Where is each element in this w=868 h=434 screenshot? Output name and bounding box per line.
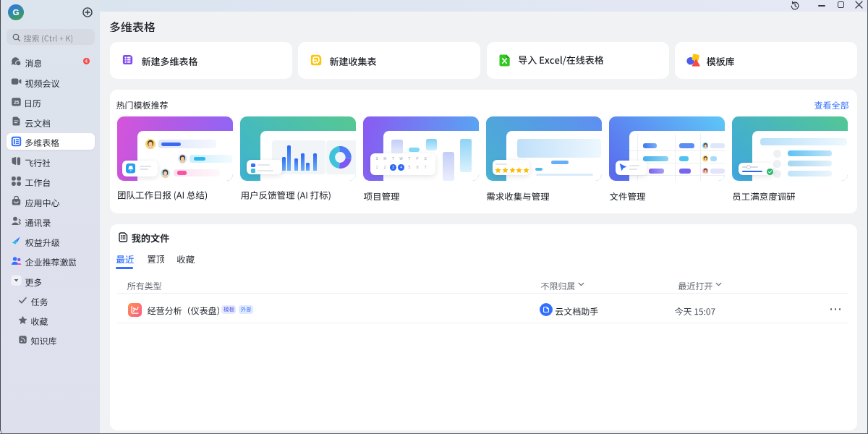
svg-text:25: 25 <box>13 99 19 104</box>
